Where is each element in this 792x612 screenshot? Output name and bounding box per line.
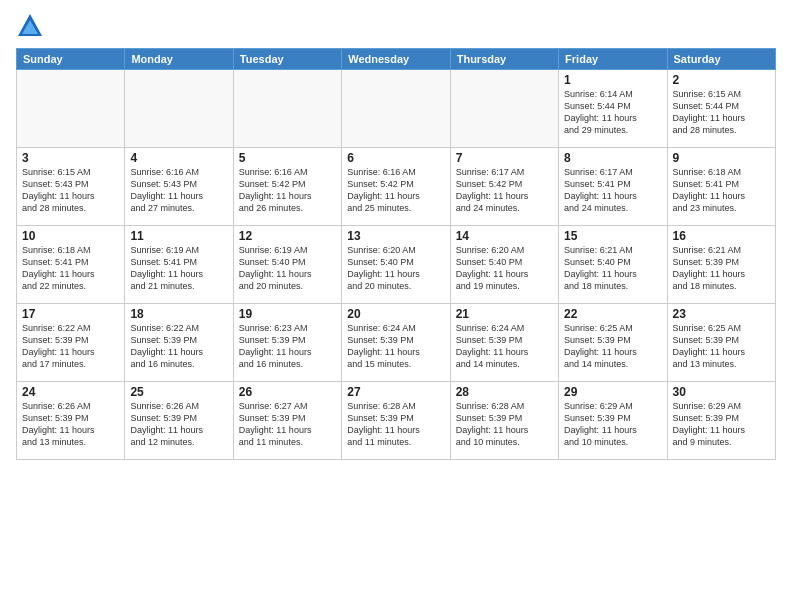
empty-cell bbox=[342, 70, 450, 148]
col-header-friday: Friday bbox=[559, 49, 667, 70]
day-info: Sunrise: 6:28 AM Sunset: 5:39 PM Dayligh… bbox=[456, 400, 553, 449]
day-info: Sunrise: 6:24 AM Sunset: 5:39 PM Dayligh… bbox=[347, 322, 444, 371]
day-number: 24 bbox=[22, 385, 119, 399]
day-number: 12 bbox=[239, 229, 336, 243]
day-number: 30 bbox=[673, 385, 770, 399]
day-cell-6: 6Sunrise: 6:16 AM Sunset: 5:42 PM Daylig… bbox=[342, 148, 450, 226]
day-number: 10 bbox=[22, 229, 119, 243]
day-info: Sunrise: 6:28 AM Sunset: 5:39 PM Dayligh… bbox=[347, 400, 444, 449]
day-number: 19 bbox=[239, 307, 336, 321]
day-number: 5 bbox=[239, 151, 336, 165]
day-number: 6 bbox=[347, 151, 444, 165]
day-cell-9: 9Sunrise: 6:18 AM Sunset: 5:41 PM Daylig… bbox=[667, 148, 775, 226]
week-row-3: 10Sunrise: 6:18 AM Sunset: 5:41 PM Dayli… bbox=[17, 226, 776, 304]
week-row-4: 17Sunrise: 6:22 AM Sunset: 5:39 PM Dayli… bbox=[17, 304, 776, 382]
day-cell-14: 14Sunrise: 6:20 AM Sunset: 5:40 PM Dayli… bbox=[450, 226, 558, 304]
day-cell-20: 20Sunrise: 6:24 AM Sunset: 5:39 PM Dayli… bbox=[342, 304, 450, 382]
day-cell-27: 27Sunrise: 6:28 AM Sunset: 5:39 PM Dayli… bbox=[342, 382, 450, 460]
week-row-1: 1Sunrise: 6:14 AM Sunset: 5:44 PM Daylig… bbox=[17, 70, 776, 148]
col-header-sunday: Sunday bbox=[17, 49, 125, 70]
day-cell-13: 13Sunrise: 6:20 AM Sunset: 5:40 PM Dayli… bbox=[342, 226, 450, 304]
calendar-header-row: SundayMondayTuesdayWednesdayThursdayFrid… bbox=[17, 49, 776, 70]
day-cell-24: 24Sunrise: 6:26 AM Sunset: 5:39 PM Dayli… bbox=[17, 382, 125, 460]
day-cell-25: 25Sunrise: 6:26 AM Sunset: 5:39 PM Dayli… bbox=[125, 382, 233, 460]
day-cell-3: 3Sunrise: 6:15 AM Sunset: 5:43 PM Daylig… bbox=[17, 148, 125, 226]
day-number: 20 bbox=[347, 307, 444, 321]
day-info: Sunrise: 6:14 AM Sunset: 5:44 PM Dayligh… bbox=[564, 88, 661, 137]
day-info: Sunrise: 6:21 AM Sunset: 5:39 PM Dayligh… bbox=[673, 244, 770, 293]
day-info: Sunrise: 6:23 AM Sunset: 5:39 PM Dayligh… bbox=[239, 322, 336, 371]
day-cell-21: 21Sunrise: 6:24 AM Sunset: 5:39 PM Dayli… bbox=[450, 304, 558, 382]
col-header-wednesday: Wednesday bbox=[342, 49, 450, 70]
day-cell-18: 18Sunrise: 6:22 AM Sunset: 5:39 PM Dayli… bbox=[125, 304, 233, 382]
col-header-saturday: Saturday bbox=[667, 49, 775, 70]
day-number: 9 bbox=[673, 151, 770, 165]
day-number: 17 bbox=[22, 307, 119, 321]
empty-cell bbox=[125, 70, 233, 148]
week-row-5: 24Sunrise: 6:26 AM Sunset: 5:39 PM Dayli… bbox=[17, 382, 776, 460]
day-info: Sunrise: 6:18 AM Sunset: 5:41 PM Dayligh… bbox=[22, 244, 119, 293]
day-number: 2 bbox=[673, 73, 770, 87]
day-info: Sunrise: 6:25 AM Sunset: 5:39 PM Dayligh… bbox=[564, 322, 661, 371]
logo-area bbox=[16, 12, 48, 40]
day-cell-28: 28Sunrise: 6:28 AM Sunset: 5:39 PM Dayli… bbox=[450, 382, 558, 460]
logo-icon bbox=[16, 12, 44, 40]
day-cell-29: 29Sunrise: 6:29 AM Sunset: 5:39 PM Dayli… bbox=[559, 382, 667, 460]
day-number: 11 bbox=[130, 229, 227, 243]
day-info: Sunrise: 6:15 AM Sunset: 5:44 PM Dayligh… bbox=[673, 88, 770, 137]
day-cell-23: 23Sunrise: 6:25 AM Sunset: 5:39 PM Dayli… bbox=[667, 304, 775, 382]
day-number: 23 bbox=[673, 307, 770, 321]
day-number: 18 bbox=[130, 307, 227, 321]
day-info: Sunrise: 6:18 AM Sunset: 5:41 PM Dayligh… bbox=[673, 166, 770, 215]
day-cell-4: 4Sunrise: 6:16 AM Sunset: 5:43 PM Daylig… bbox=[125, 148, 233, 226]
day-cell-5: 5Sunrise: 6:16 AM Sunset: 5:42 PM Daylig… bbox=[233, 148, 341, 226]
day-cell-15: 15Sunrise: 6:21 AM Sunset: 5:40 PM Dayli… bbox=[559, 226, 667, 304]
empty-cell bbox=[17, 70, 125, 148]
day-info: Sunrise: 6:29 AM Sunset: 5:39 PM Dayligh… bbox=[673, 400, 770, 449]
day-info: Sunrise: 6:20 AM Sunset: 5:40 PM Dayligh… bbox=[456, 244, 553, 293]
day-info: Sunrise: 6:19 AM Sunset: 5:40 PM Dayligh… bbox=[239, 244, 336, 293]
day-number: 29 bbox=[564, 385, 661, 399]
calendar: SundayMondayTuesdayWednesdayThursdayFrid… bbox=[16, 48, 776, 460]
day-number: 28 bbox=[456, 385, 553, 399]
day-cell-22: 22Sunrise: 6:25 AM Sunset: 5:39 PM Dayli… bbox=[559, 304, 667, 382]
day-info: Sunrise: 6:24 AM Sunset: 5:39 PM Dayligh… bbox=[456, 322, 553, 371]
day-number: 13 bbox=[347, 229, 444, 243]
day-number: 26 bbox=[239, 385, 336, 399]
day-number: 25 bbox=[130, 385, 227, 399]
header bbox=[16, 12, 776, 40]
day-info: Sunrise: 6:16 AM Sunset: 5:42 PM Dayligh… bbox=[347, 166, 444, 215]
day-cell-2: 2Sunrise: 6:15 AM Sunset: 5:44 PM Daylig… bbox=[667, 70, 775, 148]
day-info: Sunrise: 6:19 AM Sunset: 5:41 PM Dayligh… bbox=[130, 244, 227, 293]
day-info: Sunrise: 6:16 AM Sunset: 5:43 PM Dayligh… bbox=[130, 166, 227, 215]
day-info: Sunrise: 6:17 AM Sunset: 5:41 PM Dayligh… bbox=[564, 166, 661, 215]
day-number: 7 bbox=[456, 151, 553, 165]
day-info: Sunrise: 6:20 AM Sunset: 5:40 PM Dayligh… bbox=[347, 244, 444, 293]
day-cell-7: 7Sunrise: 6:17 AM Sunset: 5:42 PM Daylig… bbox=[450, 148, 558, 226]
page: SundayMondayTuesdayWednesdayThursdayFrid… bbox=[0, 0, 792, 612]
day-cell-17: 17Sunrise: 6:22 AM Sunset: 5:39 PM Dayli… bbox=[17, 304, 125, 382]
day-cell-8: 8Sunrise: 6:17 AM Sunset: 5:41 PM Daylig… bbox=[559, 148, 667, 226]
day-number: 3 bbox=[22, 151, 119, 165]
col-header-monday: Monday bbox=[125, 49, 233, 70]
day-info: Sunrise: 6:17 AM Sunset: 5:42 PM Dayligh… bbox=[456, 166, 553, 215]
col-header-tuesday: Tuesday bbox=[233, 49, 341, 70]
day-info: Sunrise: 6:21 AM Sunset: 5:40 PM Dayligh… bbox=[564, 244, 661, 293]
day-number: 16 bbox=[673, 229, 770, 243]
day-info: Sunrise: 6:25 AM Sunset: 5:39 PM Dayligh… bbox=[673, 322, 770, 371]
day-cell-12: 12Sunrise: 6:19 AM Sunset: 5:40 PM Dayli… bbox=[233, 226, 341, 304]
week-row-2: 3Sunrise: 6:15 AM Sunset: 5:43 PM Daylig… bbox=[17, 148, 776, 226]
day-number: 15 bbox=[564, 229, 661, 243]
day-cell-10: 10Sunrise: 6:18 AM Sunset: 5:41 PM Dayli… bbox=[17, 226, 125, 304]
day-number: 14 bbox=[456, 229, 553, 243]
day-info: Sunrise: 6:16 AM Sunset: 5:42 PM Dayligh… bbox=[239, 166, 336, 215]
day-number: 22 bbox=[564, 307, 661, 321]
day-cell-11: 11Sunrise: 6:19 AM Sunset: 5:41 PM Dayli… bbox=[125, 226, 233, 304]
day-info: Sunrise: 6:27 AM Sunset: 5:39 PM Dayligh… bbox=[239, 400, 336, 449]
day-info: Sunrise: 6:15 AM Sunset: 5:43 PM Dayligh… bbox=[22, 166, 119, 215]
day-number: 1 bbox=[564, 73, 661, 87]
day-cell-30: 30Sunrise: 6:29 AM Sunset: 5:39 PM Dayli… bbox=[667, 382, 775, 460]
day-info: Sunrise: 6:26 AM Sunset: 5:39 PM Dayligh… bbox=[130, 400, 227, 449]
col-header-thursday: Thursday bbox=[450, 49, 558, 70]
day-info: Sunrise: 6:29 AM Sunset: 5:39 PM Dayligh… bbox=[564, 400, 661, 449]
